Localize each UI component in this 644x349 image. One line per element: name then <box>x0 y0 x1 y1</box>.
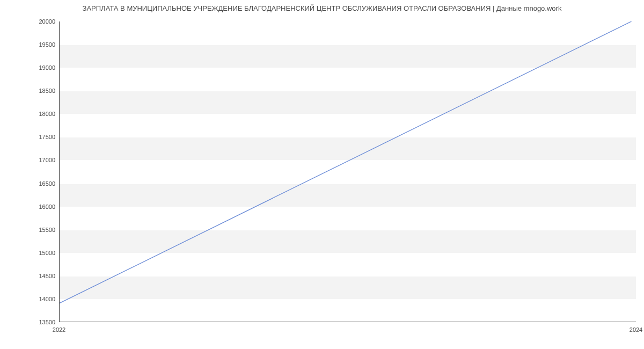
chart-title: ЗАРПЛАТА В МУНИЦИПАЛЬНОЕ УЧРЕЖДЕНИЕ БЛАГ… <box>0 4 644 12</box>
y-tick-label: 13500 <box>4 319 55 325</box>
salary-line-chart: ЗАРПЛАТА В МУНИЦИПАЛЬНОЕ УЧРЕЖДЕНИЕ БЛАГ… <box>0 0 644 349</box>
y-tick-label: 15500 <box>4 227 55 233</box>
y-tick-label: 18000 <box>4 111 55 117</box>
y-tick-label: 14500 <box>4 273 55 279</box>
y-tick-label: 18500 <box>4 88 55 94</box>
y-tick-label: 15000 <box>4 250 55 256</box>
data-line <box>60 21 636 322</box>
x-tick-label: 2024 <box>630 326 642 333</box>
y-tick-label: 20000 <box>4 18 55 25</box>
y-tick-label: 16000 <box>4 203 55 210</box>
plot-area <box>59 21 636 322</box>
y-tick-label: 19500 <box>4 41 55 48</box>
y-tick-label: 17000 <box>4 157 55 163</box>
y-tick-label: 19000 <box>4 64 55 71</box>
y-tick-label: 14000 <box>4 296 55 302</box>
y-tick-label: 17500 <box>4 134 55 140</box>
y-tick-label: 16500 <box>4 180 55 187</box>
x-tick-label: 2022 <box>53 326 65 333</box>
grid-line <box>60 322 636 323</box>
